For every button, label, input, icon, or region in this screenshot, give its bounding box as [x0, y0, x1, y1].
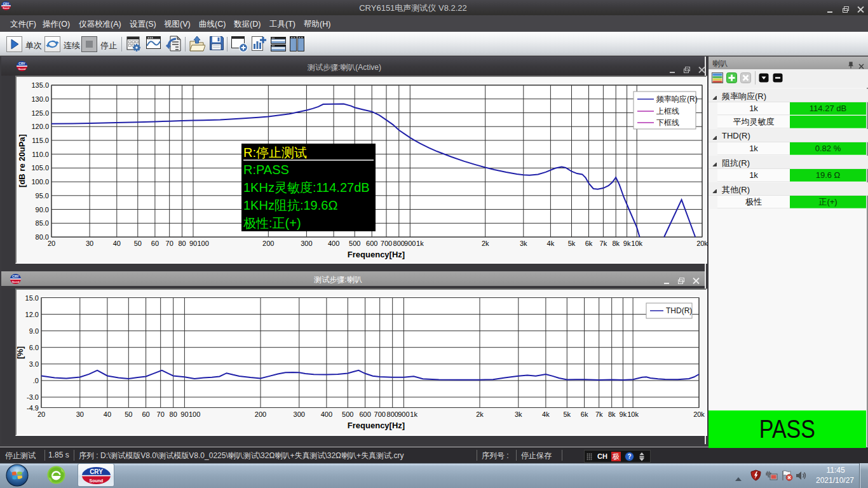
svg-text:800: 800: [393, 240, 405, 247]
svg-text:4k: 4k: [542, 410, 550, 418]
svg-text:60: 60: [142, 410, 149, 418]
svg-text:115.0: 115.0: [32, 137, 49, 144]
svg-text:7k: 7k: [600, 240, 607, 247]
svg-text:200: 200: [262, 240, 274, 247]
svg-text:20k: 20k: [693, 410, 705, 418]
svg-text:20: 20: [48, 240, 55, 247]
svg-text:9.0: 9.0: [29, 327, 39, 335]
svg-text:100.0: 100.0: [31, 178, 49, 186]
svg-text:90: 90: [180, 410, 188, 418]
svg-text:7k: 7k: [595, 410, 603, 418]
svg-text:40: 40: [104, 410, 111, 418]
svg-text:30: 30: [76, 410, 84, 418]
svg-text:频率响应(R): 频率响应(R): [656, 95, 698, 104]
svg-text:1KHz阻抗:19.6Ω: 1KHz阻抗:19.6Ω: [243, 198, 337, 212]
svg-text:.0: .0: [33, 377, 39, 384]
svg-text:900: 900: [398, 410, 409, 418]
svg-text:105.0: 105.0: [31, 164, 49, 172]
svg-text:700: 700: [381, 240, 392, 247]
svg-text:3.0: 3.0: [29, 360, 39, 368]
svg-text:Sound: Sound: [90, 478, 104, 483]
svg-text:2k: 2k: [476, 410, 484, 418]
svg-text:CRY: CRY: [12, 274, 19, 278]
svg-text:2k: 2k: [482, 240, 489, 247]
svg-text:?: ?: [627, 453, 631, 460]
svg-text:400: 400: [328, 240, 339, 247]
svg-text:600: 600: [366, 240, 377, 247]
svg-text:100: 100: [197, 240, 208, 247]
svg-text:70: 70: [166, 240, 173, 247]
svg-text:6k: 6k: [581, 410, 588, 418]
svg-text:300: 300: [294, 410, 305, 418]
svg-text:12.0: 12.0: [25, 311, 39, 318]
svg-text:15.0: 15.0: [25, 294, 39, 302]
svg-text:10k: 10k: [631, 240, 642, 247]
svg-text:Frequency[Hz]: Frequency[Hz]: [348, 421, 405, 430]
svg-text:400: 400: [321, 410, 332, 418]
svg-text:30: 30: [86, 240, 93, 247]
svg-text:6.0: 6.0: [29, 344, 39, 351]
svg-text:20k: 20k: [696, 240, 708, 247]
svg-text:CRY: CRY: [3, 3, 9, 6]
svg-text:8k: 8k: [612, 240, 620, 247]
svg-text:500: 500: [342, 410, 353, 418]
svg-text:Sound: Sound: [12, 281, 19, 283]
svg-text:120.0: 120.0: [31, 123, 49, 130]
svg-text:90.0: 90.0: [36, 206, 49, 214]
svg-text:50: 50: [125, 410, 132, 418]
svg-text:9k: 9k: [620, 410, 627, 418]
svg-text:CRY: CRY: [90, 468, 103, 475]
svg-text:135.0: 135.0: [31, 81, 49, 89]
svg-text:Sound: Sound: [18, 68, 25, 71]
svg-text:70: 70: [157, 410, 165, 418]
svg-text:R:PASS: R:PASS: [243, 163, 289, 177]
svg-text:80.0: 80.0: [36, 233, 49, 241]
svg-text:-3.0: -3.0: [27, 393, 39, 401]
svg-text:5k: 5k: [563, 410, 571, 418]
svg-text:600: 600: [359, 410, 370, 418]
svg-text:90: 90: [189, 240, 197, 247]
svg-text:500: 500: [349, 240, 360, 247]
svg-text:极性:正(+): 极性:正(+): [243, 216, 301, 230]
svg-text:下框线: 下框线: [656, 118, 679, 127]
svg-text:9k: 9k: [623, 240, 631, 247]
svg-text:125.0: 125.0: [31, 109, 49, 117]
svg-text:R:停止测试: R:停止测试: [243, 146, 307, 159]
svg-text:1k: 1k: [416, 240, 424, 247]
svg-text:130.0: 130.0: [31, 95, 49, 103]
svg-text:60: 60: [151, 240, 159, 247]
svg-text:1KHz灵敏度:114.27dB: 1KHz灵敏度:114.27dB: [243, 180, 370, 194]
svg-text:800: 800: [387, 410, 398, 418]
svg-text:[%]: [%]: [15, 346, 25, 359]
svg-text:20: 20: [37, 410, 45, 418]
svg-text:CRY: CRY: [18, 62, 25, 65]
svg-text:200: 200: [255, 410, 266, 418]
svg-text:5k: 5k: [568, 240, 576, 247]
svg-text:1k: 1k: [410, 410, 417, 418]
svg-text:THD(R): THD(R): [666, 306, 692, 315]
svg-text:[dB re 20uPa]: [dB re 20uPa]: [17, 134, 27, 187]
svg-text:40: 40: [113, 240, 121, 247]
svg-text:3k: 3k: [515, 410, 522, 418]
svg-text:4k: 4k: [547, 240, 555, 247]
svg-text:3k: 3k: [520, 240, 527, 247]
svg-text:80: 80: [178, 240, 186, 247]
svg-text:10k: 10k: [627, 410, 639, 418]
svg-text:Frequency[Hz]: Frequency[Hz]: [348, 250, 405, 259]
svg-text:85.0: 85.0: [36, 219, 49, 227]
svg-text:110.0: 110.0: [32, 151, 49, 158]
svg-text:6k: 6k: [585, 240, 593, 247]
svg-text:上框线: 上框线: [656, 107, 679, 116]
svg-text:80: 80: [170, 410, 177, 418]
svg-text:50: 50: [134, 240, 142, 247]
svg-text:100: 100: [189, 410, 200, 418]
svg-text:95.0: 95.0: [36, 192, 49, 200]
svg-text:Sound: Sound: [3, 7, 10, 10]
svg-text:8k: 8k: [608, 410, 616, 418]
svg-text:700: 700: [374, 410, 386, 418]
svg-text:300: 300: [301, 240, 312, 247]
svg-text:900: 900: [404, 240, 416, 247]
